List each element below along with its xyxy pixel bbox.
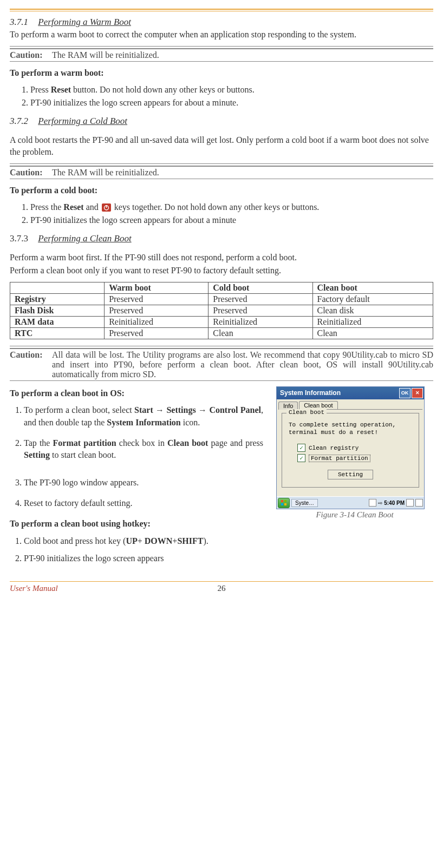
divider [10, 163, 433, 167]
text: Cold boot and press hot key ( [24, 536, 126, 545]
text-bold: Reset [51, 85, 71, 94]
text-bold: Start [134, 405, 153, 415]
text: to start clean boot. [50, 450, 116, 459]
clean-os-heading: To perform a clean boot in OS: [10, 387, 263, 399]
table-cell: Preserved [105, 293, 209, 305]
list-item: PT-90 initializes the logo screen appear… [30, 97, 433, 109]
start-button[interactable] [278, 498, 290, 508]
clean-hotkey-steps: Cold boot and press hot key (UP+ DOWN+SH… [10, 535, 263, 565]
caution-label: Caution: [10, 50, 52, 60]
checkbox-icon: ✓ [297, 454, 305, 462]
text-bold: DOWN [145, 536, 173, 545]
checkbox-clean-registry[interactable]: ✓ Clean registry [297, 444, 413, 452]
list-item: Reset to factory default setting. [24, 497, 263, 509]
caution-label: Caution: [10, 168, 52, 177]
close-button[interactable]: ✕ [412, 388, 423, 398]
heading-3-7-3: 3.7.3 Performing a Clean Boot [10, 233, 433, 244]
list-item: Press Reset button. Do not hold down any… [30, 84, 433, 96]
table-row: Flash Disk Preserved Preserved Clean dis… [10, 305, 433, 316]
text-bold: Reset [63, 202, 83, 212]
table-cell: Reinitialized [105, 316, 209, 327]
warm-steps-heading: To perform a warm boot: [10, 67, 433, 79]
table-cell: Preserved [209, 293, 312, 305]
text: check box in [116, 438, 167, 448]
table-row: Registry Preserved Preserved Factory def… [10, 293, 433, 305]
svg-rect-5 [284, 503, 286, 505]
heading-title: Performing a Warm Boot [38, 17, 131, 27]
table-header [10, 282, 105, 293]
boot-comparison-table: Warm boot Cold boot Clean boot Registry … [10, 282, 433, 339]
svg-rect-2 [281, 500, 283, 502]
clean-boot-dialog: System Information OK ✕ Info Clean boot … [276, 386, 425, 510]
text: Tap the [24, 438, 53, 448]
text-bold: Control Panel [209, 405, 261, 415]
tray-icon[interactable] [415, 499, 423, 507]
tray-arrow-icon: ⇨ [378, 500, 382, 506]
dialog-tabs: Info Clean boot [277, 399, 424, 409]
caution-warm: Caution: The RAM will be reinitialized. [10, 50, 433, 60]
table-cell: Factory default [312, 293, 433, 305]
heading-title: Performing a Cold Boot [38, 116, 127, 126]
table-cell: Clean [209, 327, 312, 339]
checkbox-format-partition[interactable]: ✓ Format partition [297, 454, 413, 462]
clean-intro-2: Perform a clean boot only if you want to… [10, 265, 433, 277]
list-item: PT-90 initializes the logo screen appear… [30, 214, 433, 226]
table-row: RAM data Reinitialized Reinitialized Rei… [10, 316, 433, 327]
table-header: Cold boot [209, 282, 312, 293]
divider [10, 179, 433, 179]
table-header: Clean boot [312, 282, 433, 293]
heading-3-7-1: 3.7.1 Performing a Warm Boot [10, 17, 433, 28]
table-cell: Reinitialized [312, 316, 433, 327]
text: → [153, 405, 167, 415]
tab-info[interactable]: Info [278, 402, 298, 410]
caution-label: Caution: [10, 350, 52, 360]
list-item: PT-90 initializes the logo screen appear… [24, 553, 263, 564]
clean-boot-group: Clean boot To complete setting operation… [282, 413, 419, 488]
list-item: Tap the Format partition check box in Cl… [24, 437, 263, 462]
text-bold: Settings [166, 405, 196, 415]
svg-rect-4 [281, 503, 283, 505]
table-cell: RAM data [10, 316, 105, 327]
caution-text: All data will be lost. The Utility progr… [52, 350, 433, 379]
group-legend: Clean boot [286, 409, 327, 416]
cold-steps-heading: To perform a cold boot: [10, 185, 433, 196]
heading-num: 3.7.2 [10, 116, 28, 126]
power-key-icon [102, 203, 111, 212]
taskbar: Syste… ⇨ 5:40 PM [277, 496, 424, 509]
text: icon. [181, 418, 200, 427]
text: PT-90 initializes the logo screen appear… [24, 554, 164, 563]
text: Press [30, 85, 51, 94]
text-bold: Clean boot [167, 438, 208, 448]
text: and [84, 202, 101, 212]
caution-text: The RAM will be reinitialized. [52, 168, 433, 177]
heading-3-7-2: 3.7.2 Performing a Cold Boot [10, 116, 433, 127]
top-rule [10, 9, 433, 11]
caution-clean: Caution: All data will be lost. The Util… [10, 350, 433, 379]
list-item: Cold boot and press hot key (UP+ DOWN+SH… [24, 535, 263, 547]
group-message: To complete setting operation, terminal … [289, 421, 413, 437]
text: button. Do not hold down any other keys … [71, 85, 255, 94]
setting-button[interactable]: Setting [328, 470, 373, 479]
checkbox-label: Format partition [309, 455, 370, 462]
tray-clock: 5:40 PM [384, 500, 405, 506]
heading-num: 3.7.1 [10, 17, 28, 27]
tray-icon[interactable] [369, 499, 376, 507]
tray-icon[interactable] [406, 499, 414, 507]
clean-hotkey-heading: To perform a clean boot using hotkey: [10, 518, 263, 530]
warm-intro: To perform a warm boot to correct the co… [10, 29, 433, 41]
text-bold: Setting [24, 450, 50, 459]
text: ). [203, 536, 208, 545]
heading-num: 3.7.3 [10, 233, 28, 244]
table-cell: Reinitialized [209, 316, 312, 327]
taskbar-item[interactable]: Syste… [291, 499, 318, 507]
clean-os-steps: To perform a clean boot, select Start → … [10, 404, 263, 509]
table-row: RTC Preserved Clean Clean [10, 327, 433, 339]
divider [10, 46, 433, 49]
svg-rect-3 [284, 500, 286, 502]
ok-button[interactable]: OK [399, 388, 411, 398]
text-bold: SHIFT [177, 536, 203, 545]
dialog-titlebar: System Information OK ✕ [277, 387, 424, 399]
tab-clean-boot[interactable]: Clean boot [299, 401, 337, 409]
warm-steps-list: Press Reset button. Do not hold down any… [10, 84, 433, 108]
cold-steps-list: Press the Reset and keys together. Do no… [10, 201, 433, 226]
